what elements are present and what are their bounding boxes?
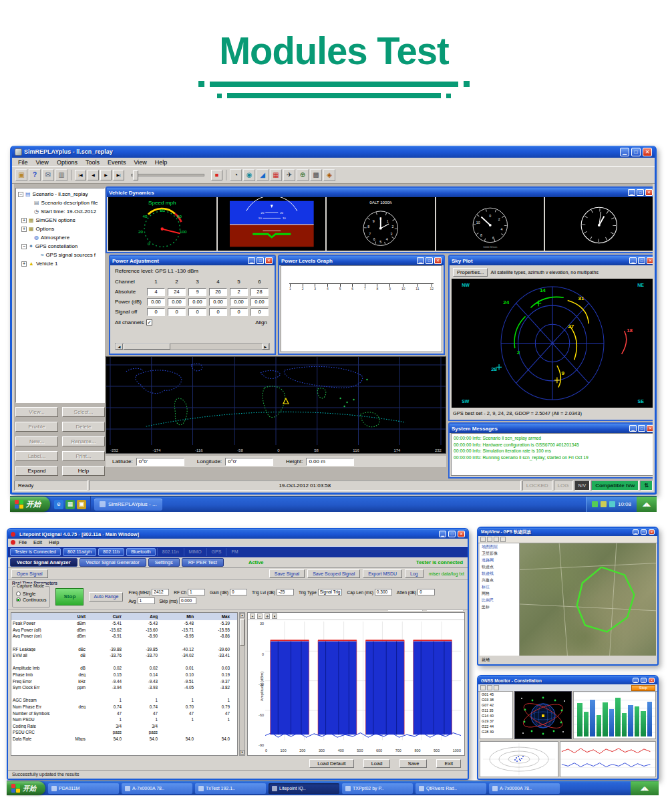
stop-button[interactable]: Stop — [631, 685, 655, 691]
table-row[interactable]: AGC Stream1 111 — [11, 697, 237, 704]
table-row[interactable]: PSDU CRCpass pass — [11, 729, 237, 736]
tree-action-button[interactable]: New... — [15, 436, 58, 446]
satellite-id-cell[interactable]: 24 — [168, 288, 186, 296]
grid-icon[interactable]: ▦ — [270, 169, 282, 181]
graph-icon[interactable]: ◢ — [257, 169, 269, 181]
scroll-thumb[interactable] — [124, 344, 170, 350]
layer-item[interactable]: 地图图层 — [480, 543, 519, 550]
tree-root[interactable]: − ▤ Scenario - ll.scn_replay — [16, 190, 104, 198]
properties-button[interactable]: Properties... — [453, 268, 488, 277]
signal-action-button[interactable]: Save Signal — [269, 569, 305, 578]
satellite-id-cell[interactable]: 28 — [251, 288, 269, 296]
close-button[interactable]: ✕ — [643, 148, 652, 156]
taskbar-task[interactable]: PDA011M — [48, 783, 119, 794]
tree-action-button[interactable]: Enable — [15, 422, 58, 432]
tree-item[interactable]: + ▦ SimGEN options — [16, 216, 104, 225]
scroll-right-icon[interactable]: ▶ — [262, 344, 269, 350]
signal-off-input[interactable]: 0 — [251, 308, 269, 316]
iqsignal-titlebar[interactable]: Litepoint IQsignal 4.0.75 - [802.11a - M… — [8, 529, 468, 539]
tree-action-button[interactable]: Rename... — [62, 436, 105, 446]
close-button[interactable]: ✕ — [645, 189, 653, 196]
aircraft-icon[interactable]: ✈ — [283, 169, 295, 181]
menu-item[interactable]: Edit — [33, 539, 42, 545]
gnss-tool-icon[interactable] — [494, 685, 499, 690]
desktop-icon[interactable]: ▦ — [65, 500, 75, 509]
tree-action-button[interactable]: Select... — [62, 407, 105, 417]
column-header[interactable]: Min — [161, 614, 197, 619]
power-db-cell[interactable]: 0.00 — [230, 298, 248, 306]
horizontal-scrollbar[interactable]: ◀ ▶ — [115, 343, 270, 350]
target-icon[interactable]: ◉ — [243, 169, 255, 181]
layer-item[interactable]: 轨迹线 — [480, 570, 519, 577]
power-db-cell[interactable]: 0.00 — [251, 298, 269, 306]
technology-button[interactable]: Tester is Connected — [10, 548, 61, 556]
close-button[interactable]: ✕ — [647, 257, 653, 264]
tree-item[interactable]: ◷ Start time: 19-Oct-2012 — [16, 207, 104, 216]
table-row[interactable]: Num Phase Errdeg0.74 0.740.700.79 — [11, 704, 237, 710]
taskbar-task[interactable]: TxTest 192.1.. — [195, 783, 266, 794]
field-input[interactable]: 1 — [138, 597, 155, 604]
open-icon[interactable]: ▣ — [15, 169, 27, 181]
close-button[interactable]: ✕ — [458, 531, 465, 537]
expander-icon[interactable]: − — [21, 244, 27, 249]
field-input[interactable]: 0.300 — [375, 589, 392, 595]
map-tool-icon[interactable] — [487, 537, 492, 542]
minimize-button[interactable]: ▁ — [633, 678, 639, 683]
latitude-field[interactable]: 0°0' — [136, 458, 184, 466]
maximize-button[interactable]: □ — [448, 531, 456, 537]
tree-action-button[interactable]: Label... — [15, 451, 58, 461]
footer-button[interactable]: Load — [363, 759, 391, 768]
satellite-row[interactable]: G19 37 — [480, 718, 512, 724]
footer-button[interactable]: Load Default — [309, 759, 354, 768]
power-adjustment-titlebar[interactable]: Power Adjustment ▁ □ ✕ — [110, 256, 275, 265]
menu-item[interactable]: Events — [104, 159, 130, 166]
tree-action-button[interactable]: Expand — [15, 466, 58, 476]
tab[interactable]: Vector Signal Generator — [79, 558, 146, 567]
table-row[interactable]: Amplitude ImbdB0.02 0.020.010.03 — [11, 665, 237, 672]
close-button[interactable]: ✕ — [647, 425, 653, 432]
playback-button[interactable]: ▶| — [113, 170, 124, 180]
maximize-button[interactable]: □ — [631, 148, 641, 156]
tab[interactable]: Vector Signal Analyzer — [10, 558, 77, 567]
menu-item[interactable]: Help — [49, 539, 59, 545]
table-icon[interactable]: ▩ — [310, 169, 322, 181]
satellite-row[interactable]: G14 40 — [480, 713, 512, 718]
gnss-tool-icon[interactable] — [480, 685, 486, 690]
satellite-row[interactable]: G11 35 — [480, 708, 512, 713]
maximize-button[interactable]: □ — [641, 678, 647, 683]
map-tool-icon[interactable] — [500, 537, 506, 542]
minimize-button[interactable]: ▁ — [629, 425, 637, 432]
system-messages-titlebar[interactable]: System Messages ▁ □ ✕ — [450, 424, 653, 433]
height-field[interactable]: 0.00 m — [306, 458, 354, 466]
tree-action-button[interactable]: Delete — [62, 422, 105, 432]
tree-action-button[interactable]: Help — [62, 466, 105, 476]
table-row[interactable]: Avg Power (all)dBm-15.62 -15.60-15.71-15… — [11, 627, 237, 634]
tray-icon[interactable] — [609, 501, 615, 507]
technology-button[interactable]: 802.11a/g/n — [63, 548, 96, 556]
column-header[interactable]: Unit — [70, 614, 89, 619]
satellite-row[interactable]: G28 39 — [480, 729, 512, 734]
tree-item[interactable]: ▤ Scenario description file — [16, 198, 104, 207]
table-row[interactable]: Avg Power (on)dBm-8.91 -8.90-8.95-8.86 — [11, 633, 237, 640]
table-row[interactable]: Phase Imbdeg0.15 0.140.100.19 — [11, 672, 237, 678]
table-row[interactable]: Sym Clock Errppm-3.94 -3.93-4.05-3.82 — [11, 684, 237, 691]
signal-off-input[interactable]: 0 — [188, 308, 206, 316]
map-titlebar[interactable]: MapView - GPS 轨迹回放 ▁ □ ✕ — [478, 528, 657, 536]
map-tool-icon[interactable] — [494, 537, 499, 542]
tray-icon[interactable] — [601, 501, 607, 507]
power-levels-titlebar[interactable]: Power Levels Graph ▁ □ ✕ — [279, 256, 444, 265]
map-tool-icon[interactable] — [480, 537, 486, 542]
menu-item[interactable]: View — [33, 159, 52, 166]
satellite-row[interactable]: G01 45 — [480, 692, 512, 697]
field-input[interactable]: -25 — [277, 589, 294, 595]
field-input[interactable]: 0 — [230, 589, 247, 595]
mail-icon[interactable]: ✉ — [42, 169, 54, 181]
signal-action-button[interactable]: Save Scoped Signal — [307, 569, 360, 578]
footer-button[interactable]: Exit — [436, 759, 461, 768]
maximize-button[interactable]: □ — [257, 257, 264, 264]
longitude-field[interactable]: 0°0' — [225, 458, 273, 466]
satellite-id-cell[interactable]: 2 — [230, 288, 248, 296]
maximize-button[interactable]: □ — [426, 257, 433, 264]
scroll-left-icon[interactable]: ◀ — [116, 344, 123, 350]
satellite-row[interactable]: G07 42 — [480, 702, 512, 708]
